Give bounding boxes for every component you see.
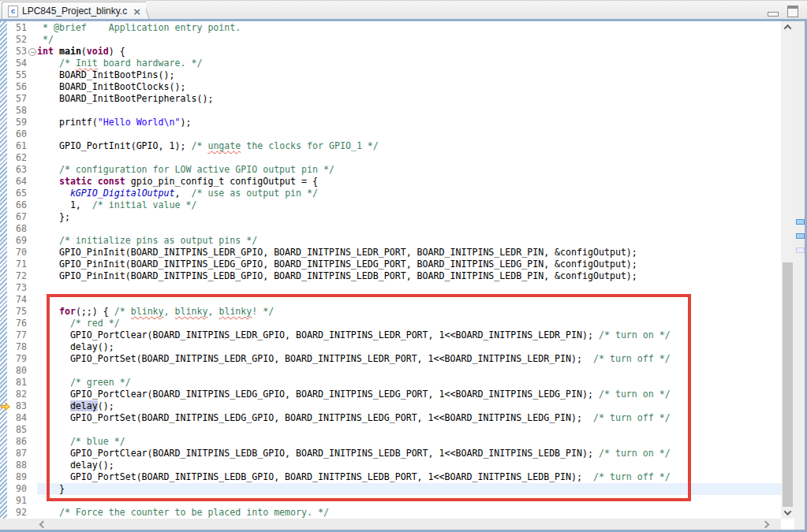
code-line[interactable]: 63 /* configuration for LOW active GPIO … <box>0 164 781 176</box>
line-content: BOARD_InitBootPeripherals(); <box>37 93 781 105</box>
scroll-up-icon[interactable] <box>781 21 794 33</box>
line-content: }; <box>37 211 781 223</box>
overview-marker[interactable] <box>796 233 805 239</box>
code-line[interactable]: 73 <box>0 282 781 294</box>
code-segment: /* use as output pin */ <box>191 188 318 199</box>
code-segment: /* initial value */ <box>92 199 197 210</box>
line-content: GPIO_PortInit(GPIO, 1); /* ungate the cl… <box>37 140 781 152</box>
code-segment: board hardware. */ <box>98 58 203 69</box>
code-line[interactable]: 68 <box>0 223 781 235</box>
line-content <box>37 282 781 294</box>
line-number: 80 <box>0 365 37 377</box>
code-segment <box>37 235 59 246</box>
code-segment: GPIO_PortInit(GPIO, 1); <box>37 140 191 151</box>
tab-close-icon[interactable]: × <box>133 6 141 17</box>
line-number: 92 <box>0 507 37 519</box>
code-segment <box>54 46 59 57</box>
code-segment: , <box>175 188 192 199</box>
line-content: GPIO_PinInit(BOARD_INITPINS_LEDB_GPIO, B… <box>37 270 781 282</box>
scroll-left-icon[interactable] <box>37 519 48 530</box>
code-line[interactable]: 60 <box>0 128 781 140</box>
code-line[interactable]: 64 static const gpio_pin_config_t config… <box>0 176 781 188</box>
line-content: BOARD_InitBootClocks(); <box>37 81 781 93</box>
code-segment: void <box>87 46 109 57</box>
horizontal-scrollbar[interactable] <box>0 519 781 530</box>
code-line[interactable]: 92 /* Force the counter to be placed int… <box>0 507 781 519</box>
line-number: 71 <box>0 259 37 270</box>
code-segment: /* Force the counter to be placed into m… <box>59 507 329 518</box>
code-segment: /* <box>191 140 207 151</box>
line-number: 59 <box>0 117 37 128</box>
code-segment: */ <box>37 34 54 45</box>
code-line[interactable]: 66 1, /* initial value */ <box>0 199 781 211</box>
line-number: 91 <box>0 495 37 507</box>
code-segment: const <box>98 176 125 187</box>
line-number: 54 <box>0 58 37 69</box>
annotation-red-box <box>47 294 691 501</box>
line-content <box>37 105 781 117</box>
code-line[interactable]: 69 /* initialize pins as output pins */ <box>0 235 781 247</box>
line-content: /* Init board hardware. */ <box>37 58 781 69</box>
tab-lpc845-project-blinky[interactable]: c LPC845_Project_blinky.c × <box>2 2 146 20</box>
tab-bar: c LPC845_Project_blinky.c × <box>0 0 807 19</box>
code-line[interactable]: 65 kGPIO_DigitalOutput, /* use as output… <box>0 188 781 199</box>
code-segment <box>37 507 59 518</box>
line-number: 57 <box>0 93 37 105</box>
line-number: 86 <box>0 436 37 448</box>
line-content: /* configuration for LOW active GPIO out… <box>37 164 781 176</box>
code-line[interactable]: 58 <box>0 105 781 117</box>
code-line[interactable]: 72 GPIO_PinInit(BOARD_INITPINS_LEDB_GPIO… <box>0 270 781 282</box>
line-content: int main(void) { <box>37 46 781 58</box>
code-segment: ) { <box>109 46 125 57</box>
code-line[interactable]: 62 <box>0 152 781 164</box>
code-line[interactable]: 61 GPIO_PortInit(GPIO, 1); /* ungate the… <box>0 140 781 152</box>
code-segment: /* configuration for LOW active GPIO out… <box>59 164 334 175</box>
scroll-right-icon[interactable] <box>760 519 771 530</box>
code-segment: /* <box>59 58 76 69</box>
code-segment: ungate <box>207 140 241 151</box>
code-line[interactable]: 54 /* Init board hardware. */ <box>0 58 781 69</box>
minimize-icon[interactable] <box>768 12 779 17</box>
code-segment: "Hello World\n" <box>98 117 181 128</box>
code-segment: BOARD_InitBootPins(); <box>37 69 175 80</box>
line-number: 61 <box>0 140 37 152</box>
line-number: 51 <box>0 22 37 34</box>
line-number: 70 <box>0 247 37 259</box>
code-segment: /* initialize pins as output pins */ <box>59 235 257 246</box>
code-line[interactable]: 67 }; <box>0 211 781 223</box>
code-line[interactable]: 56 BOARD_InitBootClocks(); <box>0 81 781 93</box>
code-segment: GPIO_PinInit(BOARD_INITPINS_LEDG_GPIO, B… <box>37 259 637 270</box>
line-content: GPIO_PinInit(BOARD_INITPINS_LEDR_GPIO, B… <box>37 247 781 259</box>
scroll-down-icon[interactable] <box>781 507 794 519</box>
code-line[interactable]: 51 * @brief Application entry point. <box>0 22 781 34</box>
line-content: /* Force the counter to be placed into m… <box>37 507 781 519</box>
overview-marker[interactable] <box>796 247 805 253</box>
code-segment: printf( <box>37 117 98 128</box>
code-line[interactable]: 71 GPIO_PinInit(BOARD_INITPINS_LEDG_GPIO… <box>0 259 781 270</box>
editor-window: c LPC845_Project_blinky.c × 51 * @brief … <box>0 0 807 532</box>
overview-marker[interactable] <box>796 219 805 225</box>
line-number: 60 <box>0 128 37 140</box>
line-number: 76 <box>0 318 37 329</box>
line-number: 79 <box>0 353 37 365</box>
line-content: GPIO_PinInit(BOARD_INITPINS_LEDG_GPIO, B… <box>37 259 781 270</box>
code-segment: ( <box>81 46 87 57</box>
line-content: 1, /* initial value */ <box>37 199 781 211</box>
code-line[interactable]: 59 printf("Hello World\n"); <box>0 117 781 128</box>
code-segment: main <box>59 46 81 57</box>
maximize-icon[interactable] <box>787 6 798 17</box>
code-line[interactable]: 55 BOARD_InitBootPins(); <box>0 69 781 81</box>
code-segment <box>92 176 98 187</box>
line-number: 89 <box>0 471 37 483</box>
code-line[interactable]: 57 BOARD_InitBootPeripherals(); <box>0 93 781 105</box>
fold-collapse-icon[interactable] <box>28 48 36 56</box>
code-line[interactable]: 70 GPIO_PinInit(BOARD_INITPINS_LEDR_GPIO… <box>0 247 781 259</box>
vertical-scrollbar[interactable] <box>781 21 794 519</box>
vertical-scrollbar-thumb[interactable] <box>783 262 793 507</box>
code-segment: GPIO_PinInit(BOARD_INITPINS_LEDR_GPIO, B… <box>37 247 637 258</box>
code-segment: int <box>37 46 54 57</box>
code-line[interactable]: 52 */ <box>0 34 781 46</box>
line-number: 62 <box>0 152 37 164</box>
code-segment: the clocks for GPIO_1 */ <box>241 140 379 151</box>
code-line[interactable]: 53int main(void) { <box>0 46 781 58</box>
